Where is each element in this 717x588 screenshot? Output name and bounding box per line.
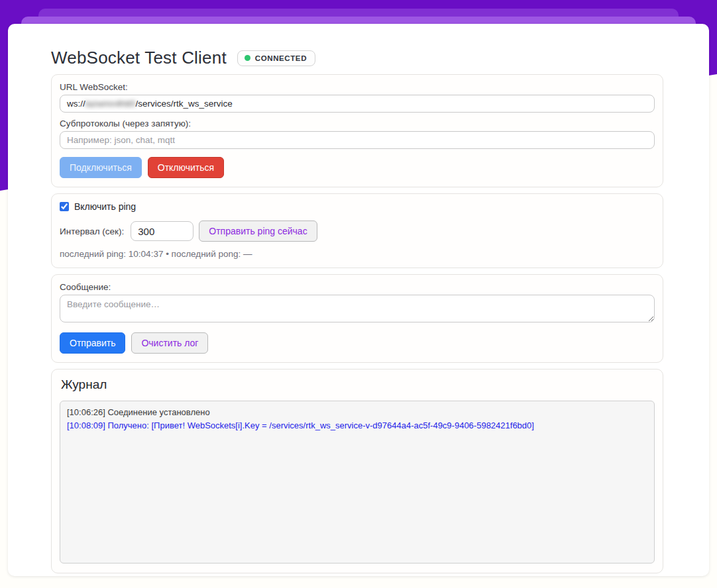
message-textarea[interactable]	[60, 295, 655, 322]
connection-status-badge: CONNECTED	[237, 50, 315, 66]
main-card: WebSocket Test Client CONNECTED URL WebS…	[8, 24, 709, 576]
connection-buttons: Подключиться Отключиться	[60, 157, 655, 178]
status-dot-icon	[245, 55, 250, 61]
subprotocols-label: Субпротоколы (через запятую):	[60, 119, 655, 128]
disconnect-button[interactable]: Отключиться	[148, 157, 224, 178]
interval-label: Интервал (сек):	[60, 226, 124, 236]
log-entry-connected: [10:06:26] Соединение установлено	[67, 406, 647, 419]
enable-ping-label: Включить ping	[74, 201, 136, 212]
log-output[interactable]: [10:06:26] Соединение установлено [10:08…	[60, 401, 655, 564]
send-message-button[interactable]: Отправить	[60, 332, 125, 354]
message-buttons: Отправить Очистить лог	[60, 332, 655, 354]
message-label: Сообщение:	[60, 282, 655, 292]
status-badge-label: CONNECTED	[255, 54, 307, 62]
ping-status-text: последний ping: 10:04:37 • последний pon…	[60, 249, 655, 259]
enable-ping-row[interactable]: Включить ping	[60, 201, 655, 212]
ping-interval-row: Интервал (сек): Отправить ping сейчас	[60, 220, 655, 242]
connection-panel: URL WebSocket: ws://lazwmn4htt0/services…	[51, 74, 663, 187]
page: WebSocket Test Client CONNECTED URL WebS…	[0, 0, 717, 588]
connect-button[interactable]: Подключиться	[60, 157, 142, 178]
ws-url-input[interactable]: ws://lazwmn4htt0/services/rtk_ws_service	[60, 95, 655, 113]
url-scheme: ws://	[67, 99, 85, 109]
url-path: /services/rtk_ws_service	[136, 99, 233, 109]
send-ping-now-button[interactable]: Отправить ping сейчас	[199, 220, 317, 242]
log-entry-received: [10:08:09] Получено: [Привет! WebSockets…	[67, 419, 647, 432]
enable-ping-checkbox[interactable]	[60, 202, 69, 211]
interval-input[interactable]	[131, 221, 193, 241]
message-panel: Сообщение: Отправить Очистить лог	[51, 274, 663, 363]
log-panel: Журнал [10:06:26] Соединение установлено…	[51, 369, 663, 573]
url-label: URL WebSocket:	[60, 82, 655, 92]
log-title: Журнал	[61, 377, 655, 392]
url-host-redacted: lazwmn4htt0	[85, 99, 136, 109]
header: WebSocket Test Client CONNECTED	[51, 48, 663, 68]
subprotocols-input[interactable]	[60, 131, 655, 149]
clear-log-button[interactable]: Очистить лог	[131, 332, 208, 354]
page-title: WebSocket Test Client	[51, 48, 227, 68]
ping-panel: Включить ping Интервал (сек): Отправить …	[51, 193, 663, 268]
